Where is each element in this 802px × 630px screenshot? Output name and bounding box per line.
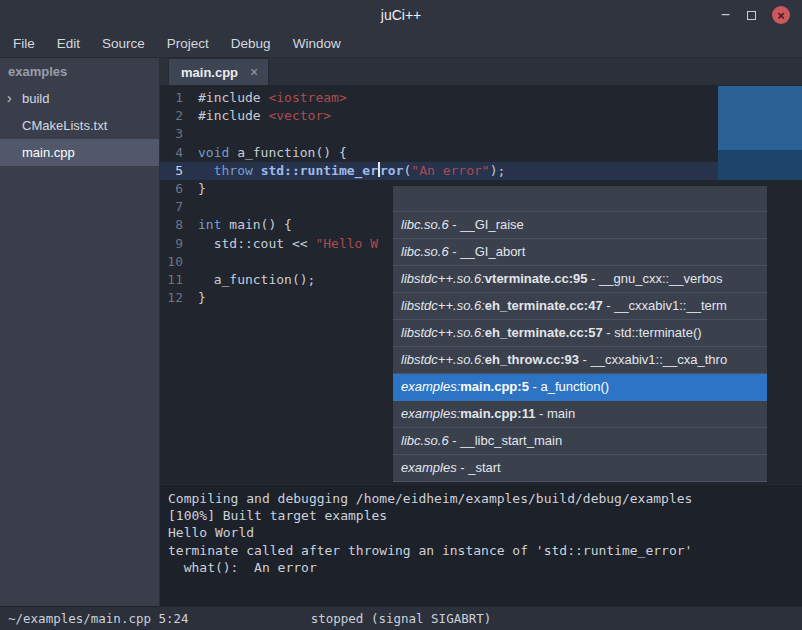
code-line-3[interactable]: 3: [160, 125, 802, 143]
code-text: }: [190, 289, 206, 307]
line-number: 7: [160, 198, 190, 216]
frame-function: - std::terminate(): [603, 325, 702, 340]
frame-location: vterminate.cc:95: [485, 271, 588, 286]
sidebar-item-build[interactable]: ›build: [0, 85, 159, 112]
frame-function: - __cxxabiv1::__cxa_thro: [579, 352, 727, 367]
code-segment: a_function();: [198, 272, 315, 287]
sidebar: examples ›buildCMakeLists.txtmain.cpp: [0, 58, 160, 606]
line-number: 6: [160, 180, 190, 198]
chevron-right-icon[interactable]: ›: [7, 85, 12, 112]
window-title: juCi++: [0, 7, 802, 23]
line-number: 11: [160, 271, 190, 289]
code-text: throw std::runtime_error("An error");: [190, 162, 505, 180]
close-button[interactable]: ×: [772, 6, 790, 24]
code-line-1[interactable]: 1#include <iostream>: [160, 89, 802, 107]
statusbar: ~/examples/main.cpp 5:24 stopped (signal…: [0, 606, 802, 630]
code-segment: [253, 163, 261, 178]
frame-module: examples:: [401, 379, 460, 394]
frame-location: main.cpp:11: [460, 406, 535, 421]
code-editor[interactable]: 1#include <iostream>2#include <vector>34…: [160, 86, 802, 486]
menu-edit[interactable]: Edit: [46, 30, 91, 57]
menu-debug[interactable]: Debug: [220, 30, 282, 57]
status-debug-state: stopped (signal SIGABRT): [0, 611, 802, 626]
stack-frame-2[interactable]: libstdc++.so.6:vterminate.cc:95 - __gnu_…: [393, 266, 767, 293]
code-text: }: [190, 180, 206, 198]
stack-frame-4[interactable]: libstdc++.so.6:eh_terminate.cc:57 - std:…: [393, 320, 767, 347]
terminal-line: what(): An error: [168, 559, 794, 576]
menu-source[interactable]: Source: [91, 30, 156, 57]
code-segment: }: [198, 181, 206, 196]
maximize-button[interactable]: [745, 9, 757, 21]
menu-project[interactable]: Project: [156, 30, 220, 57]
code-text: std::cout << "Hello W: [190, 235, 378, 253]
main-area: examples ›buildCMakeLists.txtmain.cpp ma…: [0, 58, 802, 606]
code-segment: a_function() {: [229, 145, 346, 160]
minimize-button[interactable]: −: [721, 10, 730, 20]
frame-location: eh_terminate.cc:57: [485, 325, 603, 340]
sidebar-item-cmakelists-txt[interactable]: CMakeLists.txt: [0, 112, 159, 139]
code-text: a_function();: [190, 271, 315, 289]
line-number: 4: [160, 144, 190, 162]
frame-location: eh_terminate.cc:47: [485, 298, 603, 313]
line-number: 8: [160, 216, 190, 234]
code-text: void a_function() {: [190, 144, 347, 162]
code-segment: }: [198, 290, 206, 305]
stack-frame-1[interactable]: libc.so.6 - __GI_abort: [393, 239, 767, 266]
editor-column: main.cpp × 1#include <iostream>2#include…: [160, 58, 802, 606]
frame-function: - __GI_raise: [449, 217, 524, 232]
line-number: 2: [160, 107, 190, 125]
code-line-4[interactable]: 4void a_function() {: [160, 144, 802, 162]
frame-function: - __gnu_cxx::__verbos: [587, 271, 722, 286]
code-segment: ror: [380, 163, 403, 178]
frame-module: examples:: [401, 406, 460, 421]
app-window: juCi++ − × FileEditSourceProjectDebugWin…: [0, 0, 802, 630]
tabbar: main.cpp ×: [160, 58, 802, 86]
terminal-line: Hello World: [168, 524, 794, 541]
menu-window[interactable]: Window: [282, 30, 352, 57]
code-segment: <vector>: [268, 108, 331, 123]
code-text: [190, 125, 198, 143]
frame-location: main.cpp:5: [460, 379, 529, 394]
stack-trace-popup: libc.so.6 - __GI_raiselibc.so.6 - __GI_a…: [392, 185, 768, 483]
code-segment: void: [198, 145, 229, 160]
stack-frame-6[interactable]: examples:main.cpp:5 - a_function(): [393, 374, 767, 401]
project-title: examples: [0, 58, 159, 85]
frame-module: libstdc++.so.6:: [401, 325, 485, 340]
code-segment: throw: [214, 163, 253, 178]
code-segment: std::cout <<: [198, 236, 315, 251]
frame-function: - main: [535, 406, 575, 421]
code-text: int main() {: [190, 216, 292, 234]
tab-main-cpp[interactable]: main.cpp ×: [168, 58, 269, 85]
frame-module: libc.so.6: [401, 217, 449, 232]
frame-module: libstdc++.so.6:: [401, 271, 485, 286]
frame-function: - a_function(): [529, 379, 609, 394]
code-segment: "An error": [411, 163, 489, 178]
stack-frame-5[interactable]: libstdc++.so.6:eh_throw.cc:93 - __cxxabi…: [393, 347, 767, 374]
stack-frame-8[interactable]: libc.so.6 - __libc_start_main: [393, 428, 767, 455]
editor-tooltip-panel-footer: [718, 150, 802, 180]
sidebar-item-main-cpp[interactable]: main.cpp: [0, 139, 159, 166]
file-label: build: [22, 91, 49, 106]
frame-function: - __libc_start_main: [449, 433, 562, 448]
code-line-2[interactable]: 2#include <vector>: [160, 107, 802, 125]
stack-frame-3[interactable]: libstdc++.so.6:eh_terminate.cc:47 - __cx…: [393, 293, 767, 320]
code-text: #include <vector>: [190, 107, 331, 125]
stack-frame-9[interactable]: examples - _start: [393, 455, 767, 482]
file-label: main.cpp: [22, 145, 75, 160]
tab-close-icon[interactable]: ×: [250, 64, 258, 80]
code-line-5[interactable]: 5 throw std::runtime_error("An error");: [160, 162, 802, 180]
menu-file[interactable]: File: [2, 30, 46, 57]
maximize-icon: [747, 11, 756, 20]
stack-frame-0[interactable]: libc.so.6 - __GI_raise: [393, 212, 767, 239]
terminal-line: Compiling and debugging /home/eidheim/ex…: [168, 490, 794, 507]
frame-function: - __GI_abort: [449, 244, 526, 259]
frame-module: libstdc++.so.6:: [401, 352, 485, 367]
window-controls: − ×: [721, 6, 802, 24]
line-number: 10: [160, 253, 190, 271]
frame-function: - __cxxabiv1::__term: [603, 298, 727, 313]
code-segment: [198, 163, 214, 178]
stack-frame-7[interactable]: examples:main.cpp:11 - main: [393, 401, 767, 428]
code-segment: );: [490, 163, 506, 178]
frame-module: examples: [401, 460, 457, 475]
terminal-output[interactable]: Compiling and debugging /home/eidheim/ex…: [160, 486, 802, 606]
